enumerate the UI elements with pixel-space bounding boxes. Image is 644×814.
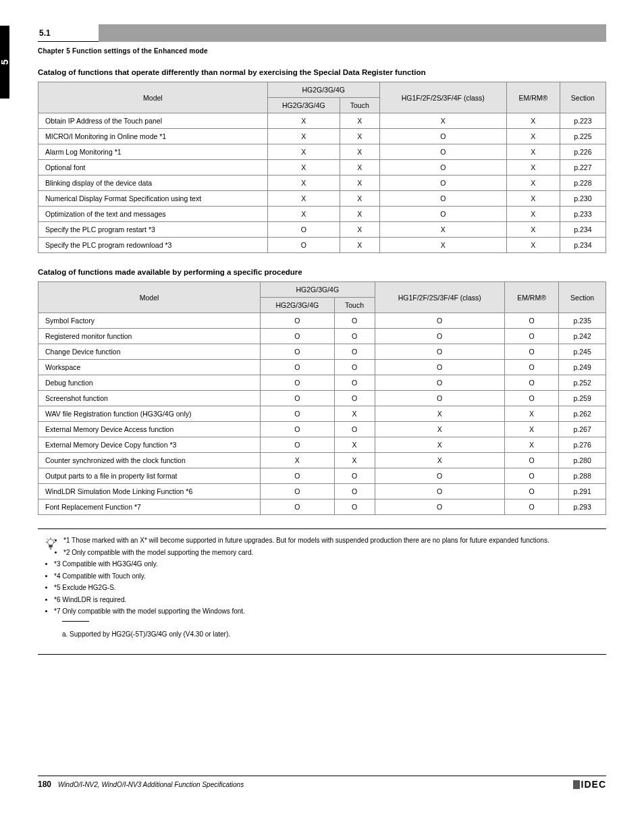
cell-class: X — [375, 437, 504, 453]
cell-class: O — [375, 499, 504, 515]
svg-point-0 — [48, 539, 54, 545]
cell-section: p.276 — [559, 437, 606, 453]
cell-em: X — [504, 437, 558, 453]
table-row: Registered monitor functionOOOOp.242 — [38, 329, 606, 344]
note-extra: a. Supported by HG2G(-5T)/3G/4G only (V4… — [62, 630, 602, 640]
cell-em: O — [504, 484, 558, 499]
table-row: Screenshot functionOOOOp.259 — [38, 391, 606, 406]
cell-touch: O — [334, 468, 375, 484]
table2-title: Catalog of functions made available by p… — [38, 268, 606, 276]
cell-touch: O — [334, 344, 375, 360]
note-item: *2 Only compatible with the model suppor… — [54, 548, 602, 558]
cell-section: p.267 — [559, 422, 606, 437]
cell-touch: X — [340, 160, 379, 175]
cell-hgxg: X — [267, 191, 340, 207]
cell-em: X — [504, 406, 558, 422]
note-item: *1 Those marked with an X* will become s… — [54, 536, 602, 546]
side-chapter-number: 5 — [0, 59, 10, 65]
cell-em: X — [506, 191, 560, 207]
cell-section: p.235 — [559, 313, 606, 329]
page-footer: 180 WindO/I-NV2, WindO/I-NV3 Additional … — [38, 776, 606, 790]
row-label: Blinking display of the device data — [38, 175, 268, 191]
cell-class: O — [375, 313, 504, 329]
th2-hgxg-sub: HG2G/3G/4G — [261, 298, 334, 313]
th2-sec: Section — [559, 282, 606, 313]
table-row: WAV file Registration function (HG3G/4G … — [38, 406, 606, 422]
cell-touch: X — [334, 406, 375, 422]
row-label: Symbol Factory — [38, 313, 261, 329]
th-hgxg-sub: HG2G/3G/4G — [267, 98, 340, 113]
cell-hgxg: O — [261, 437, 334, 453]
svg-line-4 — [47, 539, 47, 539]
cell-em: O — [504, 313, 558, 329]
cell-section: p.252 — [559, 375, 606, 391]
cell-em: X — [506, 222, 560, 238]
cell-touch: X — [340, 144, 379, 160]
side-chapter-tab: 5 — [0, 26, 9, 99]
row-label: Obtain IP Address of the Touch panel — [38, 113, 268, 129]
table-row: Optimization of the text and messagesXXO… — [38, 207, 606, 222]
cell-touch: O — [334, 422, 375, 437]
th-class: HG1F/2F/2S/3F/4F (class) — [379, 82, 506, 113]
cell-hgxg: X — [267, 207, 340, 222]
cell-hgxg: O — [261, 313, 334, 329]
cell-touch: O — [334, 329, 375, 344]
footer-title: WindO/I-NV2, WindO/I-NV3 Additional Func… — [58, 781, 244, 788]
cell-em: X — [506, 238, 560, 253]
cell-hgxg: X — [267, 175, 340, 191]
row-label: Output parts to a file in property list … — [38, 468, 261, 484]
row-label: External Memory Device Access function — [38, 422, 261, 437]
cell-class: X — [379, 222, 506, 238]
cell-hgxg: X — [267, 113, 340, 129]
th2-class: HG1F/2F/2S/3F/4F (class) — [375, 282, 504, 313]
table1-title: Catalog of functions that operate differ… — [38, 68, 606, 76]
row-label: Screenshot function — [38, 391, 261, 406]
cell-touch: X — [340, 175, 379, 191]
note-item: *7 Only compatible with the model suppor… — [54, 607, 602, 617]
cell-class: O — [379, 175, 506, 191]
cell-section: p.293 — [559, 499, 606, 515]
cell-em: O — [504, 391, 558, 406]
cell-em: X — [506, 113, 560, 129]
cell-hgxg: X — [267, 129, 340, 144]
cell-touch: X — [340, 191, 379, 207]
row-label: WindLDR Simulation Mode Linking Function… — [38, 484, 261, 499]
cell-hgxg: O — [261, 344, 334, 360]
cell-em: X — [506, 129, 560, 144]
cell-class: X — [375, 406, 504, 422]
row-label: Optional font — [38, 160, 268, 175]
table-row: Counter synchronized with the clock func… — [38, 453, 606, 468]
page-header: 5.1 — [38, 24, 606, 42]
header-stripe — [99, 24, 606, 42]
cell-hgxg: O — [267, 238, 340, 253]
cell-em: X — [506, 207, 560, 222]
table-row: WindLDR Simulation Mode Linking Function… — [38, 484, 606, 499]
table-row: Specify the PLC program restart *3OXXXp.… — [38, 222, 606, 238]
note-item: *5 Exclude HG2G-S. — [54, 583, 602, 593]
cell-em: O — [504, 360, 558, 375]
idec-logo: IDEC — [573, 779, 606, 790]
th-sec: Section — [560, 82, 606, 113]
cell-hgxg: O — [261, 375, 334, 391]
row-label: Specify the PLC program restart *3 — [38, 222, 268, 238]
row-label: Counter synchronized with the clock func… — [38, 453, 261, 468]
cell-section: p.223 — [560, 113, 606, 129]
row-label: WAV file Registration function (HG3G/4G … — [38, 406, 261, 422]
cell-class: X — [379, 238, 506, 253]
cell-class: O — [375, 391, 504, 406]
row-label: Specify the PLC program redownload *3 — [38, 238, 268, 253]
cell-class: O — [375, 329, 504, 344]
svg-rect-6 — [49, 545, 52, 547]
row-label: Optimization of the text and messages — [38, 207, 268, 222]
row-label: Font Replacement Function *7 — [38, 499, 261, 515]
table-row: Obtain IP Address of the Touch panelXXXX… — [38, 113, 606, 129]
table-row: MICRO/I Monitoring in Online mode *1XXOX… — [38, 129, 606, 144]
table1: Model HG2G/3G/4G HG1F/2F/2S/3F/4F (class… — [38, 82, 606, 253]
cell-section: p.259 — [559, 391, 606, 406]
cell-class: O — [375, 468, 504, 484]
cell-touch: X — [334, 437, 375, 453]
table-row: Output parts to a file in property list … — [38, 468, 606, 484]
th-model: Model — [38, 82, 268, 113]
page-number: 180 — [38, 780, 51, 789]
th2-hgxg: HG2G/3G/4G — [261, 282, 375, 298]
